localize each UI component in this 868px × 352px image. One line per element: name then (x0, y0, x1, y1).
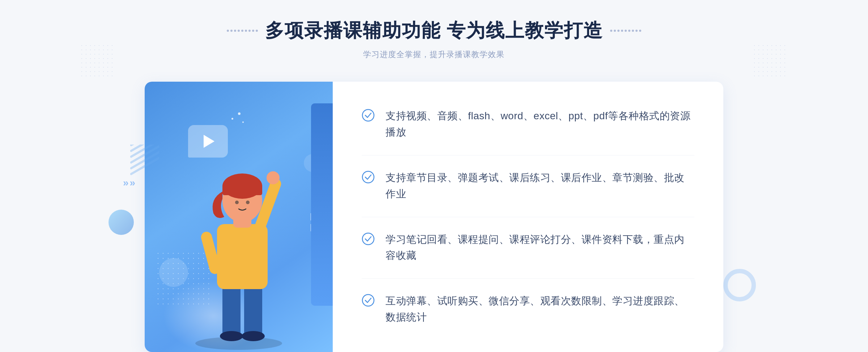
title-decorator-right (610, 30, 641, 32)
figure-container (166, 148, 333, 352)
deco-circle-small (159, 258, 188, 287)
svg-point-17 (362, 110, 374, 121)
header-section: 多项录播课辅助功能 专为线上教学打造 学习进度全掌握，提升录播课教学效果 (227, 18, 641, 60)
main-title: 多项录播课辅助功能 专为线上教学打造 (265, 18, 603, 43)
small-circle-left (109, 210, 134, 235)
deco-circle-right (723, 269, 756, 301)
dot-pattern-topleft (80, 43, 116, 80)
svg-point-3 (220, 331, 243, 341)
feature-item-2: 支持章节目录、弹题考试、课后练习、课后作业、章节测验、批改作业 (362, 155, 694, 217)
feature-item-3: 学习笔记回看、课程提问、课程评论打分、课件资料下载，重点内容收藏 (362, 217, 694, 279)
feature-text-2: 支持章节目录、弹题考试、课后练习、课后作业、章节测验、批改作业 (386, 170, 694, 202)
play-triangle-icon (204, 135, 214, 148)
svg-point-12 (235, 201, 239, 204)
svg-rect-1 (222, 286, 241, 336)
chevron-left-icon-2: » (130, 177, 136, 189)
page-wrapper: 多项录播课辅助功能 专为线上教学打造 学习进度全掌握，提升录播课教学效果 (0, 0, 868, 352)
check-icon-3 (362, 232, 375, 245)
svg-rect-11 (222, 184, 262, 195)
features-area: 支持视频、音频、flash、word、excel、ppt、pdf等各种格式的资源… (333, 82, 723, 352)
blue-panel-accent (311, 103, 333, 306)
arrow-row-1: » » (123, 177, 135, 189)
feature-text-1: 支持视频、音频、flash、word、excel、ppt、pdf等各种格式的资源… (386, 108, 694, 141)
svg-point-13 (246, 201, 250, 204)
content-card: 支持视频、音频、flash、word、excel、ppt、pdf等各种格式的资源… (145, 82, 723, 352)
svg-point-14 (267, 171, 280, 184)
check-icon-4 (362, 294, 375, 307)
left-arrows: » » (123, 177, 135, 189)
dot-pattern-topright (752, 43, 788, 80)
feature-text-4: 互动弹幕、试听购买、微信分享、观看次数限制、学习进度跟踪、数据统计 (386, 293, 694, 326)
svg-point-19 (362, 233, 374, 245)
feature-item-1: 支持视频、音频、flash、word、excel、ppt、pdf等各种格式的资源… (362, 94, 694, 155)
svg-point-4 (242, 331, 265, 341)
feature-text-3: 学习笔记回看、课程提问、课程评论打分、课件资料下载，重点内容收藏 (386, 232, 694, 264)
check-icon-1 (362, 109, 375, 122)
chevron-left-icon-1: » (123, 177, 129, 189)
check-icon-2 (362, 171, 375, 184)
svg-point-18 (362, 171, 374, 183)
svg-rect-5 (217, 224, 268, 289)
title-decorator-left (227, 30, 258, 32)
illustration-area (145, 82, 333, 352)
svg-rect-2 (244, 286, 262, 336)
svg-point-20 (362, 295, 374, 306)
feature-item-4: 互动弹幕、试听购买、微信分享、观看次数限制、学习进度跟踪、数据统计 (362, 279, 694, 340)
subtitle: 学习进度全掌握，提升录播课教学效果 (363, 49, 505, 60)
header-title-row: 多项录播课辅助功能 专为线上教学打造 (227, 18, 641, 43)
